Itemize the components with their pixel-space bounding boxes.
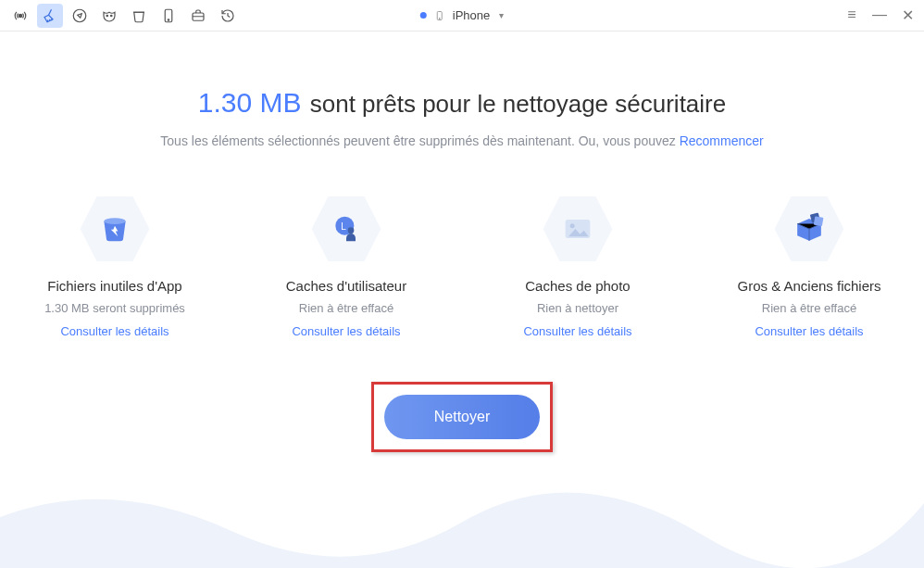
card-user-cache: L Caches d'utilisateur Rien à être effac… — [263, 193, 430, 339]
window-controls: ≡ — ✕ — [843, 6, 917, 24]
trash-icon[interactable] — [126, 4, 152, 28]
card-app-junk: Fichiers inutiles d'App 1.30 MB seront s… — [31, 193, 198, 339]
clean-button[interactable]: Nettoyer — [384, 395, 540, 439]
headline-size: 1.30 MB — [198, 87, 302, 118]
page-title: 1.30 MB sont prêts pour le nettoyage séc… — [0, 87, 924, 119]
svg-rect-16 — [814, 216, 824, 226]
status-dot-icon — [420, 12, 427, 19]
card-title: Caches d'utilisateur — [263, 278, 430, 294]
toolbar-left — [7, 4, 241, 28]
card-sub: Rien à être effacé — [263, 301, 430, 315]
mask-icon[interactable] — [96, 4, 122, 28]
device-icon[interactable] — [156, 4, 181, 28]
app-junk-icon — [79, 193, 151, 265]
close-icon[interactable]: ✕ — [898, 6, 917, 24]
details-link[interactable]: Consulter les détails — [755, 324, 863, 338]
subtitle-text: Tous les éléments sélectionnés peuvent ê… — [160, 133, 679, 148]
cta-highlight: Nettoyer — [371, 382, 553, 452]
card-title: Gros & Anciens fichiers — [726, 278, 893, 294]
user-cache-icon: L — [310, 193, 382, 265]
restart-link[interactable]: Recommencer — [680, 133, 764, 148]
device-name: iPhone — [453, 8, 490, 22]
card-title: Caches de photo — [494, 278, 661, 294]
compass-icon[interactable] — [67, 4, 93, 28]
svg-point-2 — [106, 15, 108, 17]
history-icon[interactable] — [215, 4, 241, 28]
device-selector[interactable]: iPhone ▾ — [420, 8, 504, 23]
broom-icon[interactable] — [37, 4, 63, 28]
svg-point-3 — [111, 15, 113, 17]
svg-point-1 — [73, 9, 86, 22]
card-title: Fichiers inutiles d'App — [31, 278, 198, 294]
svg-point-0 — [19, 14, 21, 17]
cards-row: Fichiers inutiles d'App 1.30 MB seront s… — [0, 193, 924, 339]
menu-icon[interactable]: ≡ — [843, 6, 861, 24]
subtitle: Tous les éléments sélectionnés peuvent ê… — [0, 133, 924, 148]
svg-text:L: L — [341, 221, 346, 232]
main-content: 1.30 MB sont prêts pour le nettoyage séc… — [0, 32, 924, 452]
card-sub: 1.30 MB seront supprimés — [31, 301, 198, 315]
radio-icon[interactable] — [7, 4, 33, 28]
svg-point-12 — [348, 227, 355, 234]
svg-point-9 — [104, 218, 125, 224]
svg-point-14 — [570, 223, 575, 228]
card-sub: Rien à nettoyer — [494, 301, 661, 315]
photo-cache-icon — [542, 193, 614, 265]
topbar: iPhone ▾ ≡ — ✕ — [0, 0, 924, 32]
background-hills — [0, 466, 924, 568]
svg-point-5 — [168, 19, 169, 20]
details-link[interactable]: Consulter les détails — [60, 324, 169, 338]
large-old-icon — [773, 193, 845, 265]
card-photo-cache: Caches de photo Rien à nettoyer Consulte… — [494, 193, 661, 339]
card-sub: Rien à être effacé — [726, 301, 893, 315]
headline-text: sont prêts pour le nettoyage sécuritaire — [310, 90, 726, 118]
details-link[interactable]: Consulter les détails — [523, 324, 631, 338]
details-link[interactable]: Consulter les détails — [292, 324, 400, 338]
chevron-down-icon: ▾ — [499, 10, 504, 20]
phone-icon — [434, 8, 445, 23]
minimize-icon[interactable]: — — [870, 6, 889, 24]
svg-point-8 — [439, 18, 440, 19]
briefcase-icon[interactable] — [185, 4, 211, 28]
card-large-old: Gros & Anciens fichiers Rien à être effa… — [726, 193, 893, 339]
